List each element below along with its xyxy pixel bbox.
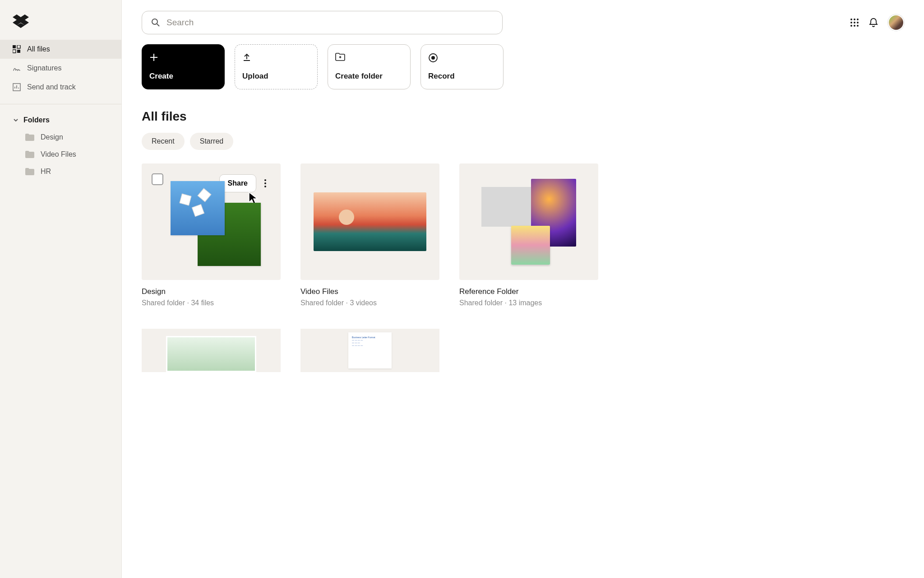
- card-meta: Shared folder · 3 videos: [300, 299, 439, 307]
- svg-point-9: [850, 22, 852, 23]
- avatar[interactable]: [888, 14, 904, 31]
- svg-rect-3: [17, 50, 20, 53]
- upload-icon: [242, 53, 251, 62]
- folder-video-files[interactable]: Video Files: [0, 146, 121, 163]
- thumbnail: Share: [142, 163, 281, 280]
- thumb-preview: [171, 181, 252, 262]
- thumbnail: [300, 163, 439, 280]
- svg-point-7: [854, 19, 855, 20]
- svg-point-10: [854, 22, 855, 23]
- folder-icon: [25, 151, 34, 158]
- folder-icon: [25, 168, 34, 175]
- svg-point-12: [850, 25, 852, 27]
- thumbnail: [459, 163, 598, 280]
- kebab-icon: [264, 179, 266, 187]
- chip-recent[interactable]: Recent: [142, 133, 185, 150]
- search-placeholder: Search: [166, 18, 194, 28]
- nav-label: Send and track: [27, 83, 76, 91]
- upload-button[interactable]: Upload: [235, 44, 318, 89]
- thumb-preview: Business Letter Format— — — —— — —— — — …: [348, 332, 392, 368]
- nav-signatures[interactable]: Signatures: [0, 59, 121, 78]
- nav-label: All files: [27, 45, 50, 53]
- svg-point-18: [264, 182, 266, 184]
- files-grid: Share Design: [142, 163, 904, 307]
- create-folder-button[interactable]: Create folder: [328, 44, 411, 89]
- svg-point-19: [264, 186, 266, 187]
- files-grid-row2: Business Letter Format— — — —— — —— — — …: [142, 329, 904, 372]
- card-name: Video Files: [300, 287, 439, 296]
- svg-point-13: [854, 25, 855, 27]
- card-name: Design: [142, 287, 281, 296]
- nav-all-files[interactable]: All files: [0, 40, 121, 59]
- nav-label: Signatures: [27, 64, 62, 72]
- topbar: Search: [142, 11, 904, 34]
- dropbox-icon: [13, 14, 29, 29]
- svg-rect-1: [17, 45, 20, 48]
- action-label: Create: [149, 72, 217, 81]
- record-icon: [428, 53, 438, 63]
- chip-starred[interactable]: Starred: [190, 133, 233, 150]
- svg-point-6: [850, 19, 852, 20]
- filter-chips: Recent Starred: [142, 133, 904, 150]
- folder-plus-icon: [335, 53, 345, 61]
- chevron-down-icon: [13, 117, 19, 123]
- action-row: Create Upload Create folder Record: [142, 44, 904, 89]
- record-button[interactable]: Record: [420, 44, 504, 89]
- file-card[interactable]: [142, 329, 281, 372]
- folder-label: Video Files: [41, 150, 76, 158]
- svg-rect-2: [13, 50, 16, 53]
- chart-icon: [13, 83, 21, 91]
- create-button[interactable]: Create: [142, 44, 225, 89]
- folder-label: Design: [41, 133, 63, 141]
- search-icon: [151, 18, 160, 27]
- folders-header-label: Folders: [23, 116, 50, 124]
- action-label: Create folder: [335, 72, 403, 81]
- file-card[interactable]: Share Design: [142, 163, 281, 307]
- card-name: Reference Folder: [459, 287, 598, 296]
- action-label: Upload: [242, 72, 310, 81]
- search-input[interactable]: Search: [142, 11, 503, 34]
- thumb-preview: [314, 192, 426, 251]
- top-icons: [850, 14, 904, 31]
- file-card[interactable]: Video Files Shared folder · 3 videos: [300, 163, 439, 307]
- folders-toggle[interactable]: Folders: [0, 112, 121, 129]
- action-label: Record: [428, 72, 496, 81]
- app-root: All files Signatures Send and track Fold…: [0, 0, 924, 578]
- select-checkbox[interactable]: [152, 173, 163, 185]
- folder-design[interactable]: Design: [0, 129, 121, 146]
- svg-point-14: [857, 25, 859, 27]
- folder-hr[interactable]: HR: [0, 163, 121, 180]
- folder-icon: [25, 134, 34, 141]
- plus-icon: [149, 53, 158, 62]
- logo[interactable]: [0, 0, 121, 40]
- card-meta: Shared folder · 13 images: [459, 299, 598, 307]
- folder-label: HR: [41, 168, 51, 176]
- svg-point-11: [857, 22, 859, 23]
- svg-point-8: [857, 19, 859, 20]
- card-meta: Shared folder · 34 files: [142, 299, 281, 307]
- sidebar: All files Signatures Send and track Fold…: [0, 0, 122, 578]
- signature-icon: [13, 64, 21, 72]
- bell-icon[interactable]: [869, 18, 878, 28]
- file-card[interactable]: Reference Folder Shared folder · 13 imag…: [459, 163, 598, 307]
- svg-point-17: [264, 179, 266, 181]
- divider: [0, 104, 121, 104]
- svg-point-16: [431, 56, 435, 60]
- files-icon: [13, 45, 21, 53]
- thumb-preview: [166, 336, 256, 372]
- thumb-preview: [481, 179, 576, 265]
- svg-rect-0: [13, 45, 16, 48]
- apps-grid-icon[interactable]: [850, 18, 859, 27]
- page-title: All files: [142, 109, 904, 124]
- file-card[interactable]: Business Letter Format— — — —— — —— — — …: [300, 329, 439, 372]
- more-button[interactable]: [256, 173, 274, 193]
- svg-point-5: [152, 19, 157, 24]
- main: Search Create Upload Create folder: [122, 0, 924, 578]
- nav-send-track[interactable]: Send and track: [0, 78, 121, 97]
